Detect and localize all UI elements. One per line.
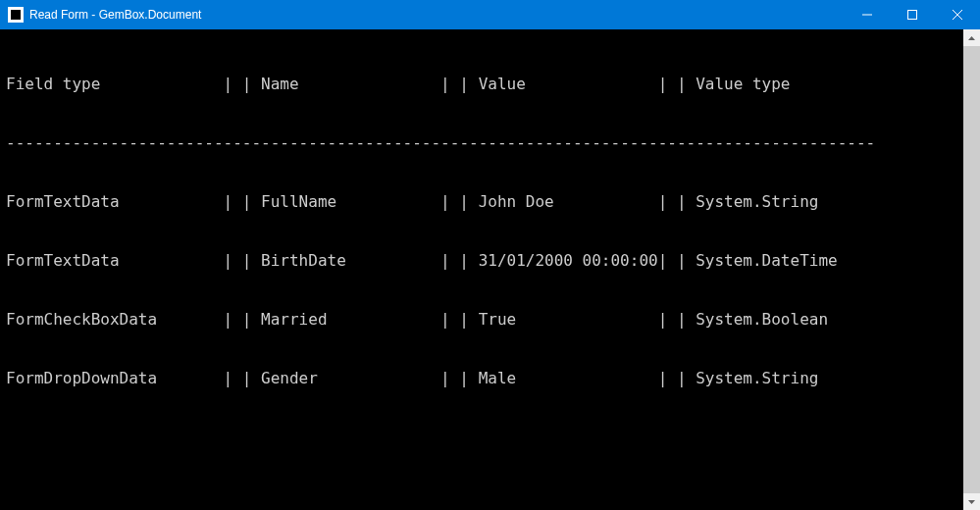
scroll-down-button[interactable] bbox=[963, 493, 980, 510]
svg-marker-5 bbox=[968, 500, 975, 504]
cell-value: | True bbox=[440, 310, 658, 330]
svg-rect-1 bbox=[908, 11, 917, 20]
console-window: Read Form - GemBox.Document Field type| … bbox=[0, 0, 980, 510]
client-area: Field type| Name| Value| Value type ----… bbox=[0, 29, 980, 510]
cell-value-type: | System.Boolean bbox=[658, 310, 828, 330]
titlebar[interactable]: Read Form - GemBox.Document bbox=[0, 0, 980, 29]
header-value-type: | Value type bbox=[658, 75, 791, 94]
scrollbar-thumb[interactable] bbox=[963, 46, 980, 493]
titlebar-controls bbox=[845, 0, 980, 29]
app-icon bbox=[8, 7, 24, 23]
scrollbar-track[interactable] bbox=[963, 46, 980, 493]
cell-value-type: | System.String bbox=[658, 192, 819, 212]
window-title: Read Form - GemBox.Document bbox=[29, 8, 201, 22]
cell-value: | John Doe bbox=[440, 192, 658, 212]
cell-value-type: | System.DateTime bbox=[658, 251, 838, 271]
chevron-down-icon bbox=[968, 500, 975, 504]
scroll-up-button[interactable] bbox=[963, 29, 980, 46]
maximize-icon bbox=[907, 10, 917, 20]
cell-value-type: | System.String bbox=[658, 369, 819, 388]
table-row: FormDropDownData| Gender| Male| System.S… bbox=[6, 369, 957, 388]
cell-name: | FullName bbox=[224, 192, 441, 212]
table-row: FormTextData| BirthDate| 31/01/2000 00:0… bbox=[6, 251, 957, 271]
header-name: | Name bbox=[224, 75, 441, 94]
cell-name: | BirthDate bbox=[224, 251, 441, 271]
cell-name: | Gender bbox=[224, 369, 441, 388]
cell-name: | Married bbox=[224, 310, 441, 330]
header-value: | Value bbox=[440, 75, 658, 94]
cell-value: | Male bbox=[440, 369, 658, 388]
table-row: FormCheckBoxData| Married| True| System.… bbox=[6, 310, 957, 330]
minimize-button[interactable] bbox=[845, 0, 890, 29]
maximize-button[interactable] bbox=[890, 0, 935, 29]
cell-field-type: FormCheckBoxData bbox=[6, 310, 224, 330]
header-field-type: Field type bbox=[6, 75, 224, 94]
close-button[interactable] bbox=[935, 0, 980, 29]
divider-row: ----------------------------------------… bbox=[6, 133, 957, 153]
svg-marker-4 bbox=[968, 36, 975, 40]
table-row: FormTextData| FullName| John Doe| System… bbox=[6, 192, 957, 212]
cell-field-type: FormTextData bbox=[6, 192, 224, 212]
cell-field-type: FormDropDownData bbox=[6, 369, 224, 388]
cell-field-type: FormTextData bbox=[6, 251, 224, 271]
vertical-scrollbar[interactable] bbox=[963, 29, 980, 510]
minimize-icon bbox=[862, 10, 872, 20]
header-row: Field type| Name| Value| Value type bbox=[6, 75, 957, 94]
console-output: Field type| Name| Value| Value type ----… bbox=[0, 29, 963, 510]
close-icon bbox=[953, 10, 962, 20]
cell-value: | 31/01/2000 00:00:00 bbox=[440, 251, 658, 271]
chevron-up-icon bbox=[968, 36, 975, 40]
